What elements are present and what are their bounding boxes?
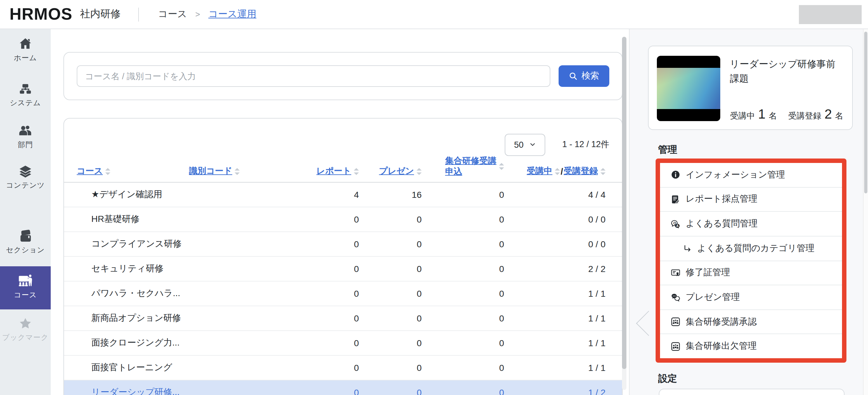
enrollment-count: 0 / 0 bbox=[504, 214, 606, 224]
enrollment-count: 1 / 1 bbox=[504, 338, 606, 348]
sidebar-item-section[interactable]: セクション bbox=[0, 229, 51, 255]
menu-item-よくある質問管理[interactable]: QA よくある質問管理 bbox=[660, 211, 842, 236]
sidebar-item-bookmark[interactable]: ブックマーク bbox=[0, 316, 51, 342]
menu-item-集合研修受講承認[interactable]: 集合研修受講承認 bbox=[660, 309, 842, 334]
course-name: パワハラ・セクハラ... bbox=[91, 288, 180, 299]
presen-icon bbox=[671, 293, 680, 302]
presentation-icon bbox=[77, 288, 87, 299]
annotation-highlight-box: インフォメーション管理 レポート採点管理 QA よくある質問管理 よくある質問の… bbox=[655, 158, 846, 363]
presen-count: 16 bbox=[359, 189, 422, 200]
sort-icon[interactable] bbox=[554, 168, 560, 175]
menu-item-label: よくある質問のカテゴリ管理 bbox=[697, 243, 814, 254]
table-row[interactable]: リーダーシップ研修... 0 0 0 1 / 2 bbox=[64, 381, 622, 395]
report-count: 0 bbox=[289, 264, 359, 274]
presen-count: 0 bbox=[359, 239, 422, 249]
star-icon bbox=[19, 316, 32, 330]
table-row[interactable]: コンプライアンス研修 0 0 0 0 / 0 bbox=[64, 232, 622, 257]
system-icon bbox=[19, 82, 32, 96]
presen-count: 0 bbox=[359, 288, 422, 299]
menu-item-修了証管理[interactable]: 修了証管理 bbox=[660, 260, 842, 285]
table-row[interactable]: 面接官トレーニング 0 0 0 1 / 1 bbox=[64, 356, 622, 381]
presentation-icon bbox=[77, 363, 87, 373]
top-header: HRMOS 社内研修 コース > コース運用 bbox=[0, 0, 868, 29]
report-count: 0 bbox=[289, 387, 359, 395]
gather-count: 0 bbox=[422, 189, 504, 200]
sidebar-item-course[interactable]: コース bbox=[0, 266, 51, 309]
active-count-label: 受講中 bbox=[730, 110, 755, 121]
registered-count-value: 2 bbox=[825, 106, 832, 121]
course-name: HR基礎研修 bbox=[91, 214, 140, 225]
course-thumbnail bbox=[657, 56, 720, 121]
search-input[interactable] bbox=[77, 65, 550, 87]
course-info-card: リーダーシップ研修事前課題 受講中 1 名 受講登録 2 名 bbox=[648, 45, 853, 130]
sort-icon[interactable] bbox=[104, 168, 110, 175]
sort-icon[interactable] bbox=[234, 168, 240, 175]
gather-count: 0 bbox=[422, 288, 504, 299]
sidebar-item-contents[interactable]: コンテンツ bbox=[0, 164, 51, 190]
menu-item-レポート採点管理[interactable]: レポート採点管理 bbox=[660, 187, 842, 211]
presentation-icon bbox=[77, 387, 87, 395]
enrollment-count: 0 / 0 bbox=[504, 239, 606, 249]
page-size-select[interactable]: 50 bbox=[504, 133, 545, 156]
menu-item-label: プレゼン管理 bbox=[686, 292, 740, 303]
results-count: 1 - 12 / 12件 bbox=[562, 139, 609, 150]
sidebar-item-label: ブックマーク bbox=[0, 333, 51, 342]
menu-item-インフォメーション管理[interactable]: インフォメーション管理 bbox=[660, 163, 842, 187]
col-header-gather-line2[interactable]: 申込 bbox=[445, 167, 462, 176]
table-row[interactable]: セキュリティ研修 0 0 0 2 / 2 bbox=[64, 257, 622, 281]
table-row[interactable]: 新商品オプション研修 0 0 0 1 / 1 bbox=[64, 306, 622, 331]
presentation-icon bbox=[77, 338, 87, 348]
course-name: ★デザイン確認用 bbox=[91, 189, 162, 200]
col-header-presen[interactable]: プレゼン bbox=[379, 165, 414, 177]
report-count: 4 bbox=[289, 189, 359, 200]
col-header-active[interactable]: 受講中 bbox=[527, 165, 552, 177]
sidebar-item-home[interactable]: ホーム bbox=[0, 37, 51, 63]
enrollment-count: 1 / 1 bbox=[504, 363, 606, 373]
sort-icon[interactable] bbox=[498, 163, 504, 170]
window-scrollbar-thumb[interactable] bbox=[864, 32, 867, 193]
enrollment-summary: 受講中 1 名 受講登録 2 名 bbox=[730, 106, 843, 121]
table-row[interactable]: 面接クロージング力... 0 0 0 1 / 1 bbox=[64, 331, 622, 356]
menu-item-ユーザー別受講期限設定[interactable]: ユーザー別受講期限設定 bbox=[659, 389, 844, 395]
course-name: 面接クロージング力... bbox=[91, 337, 180, 349]
sort-icon[interactable] bbox=[353, 168, 359, 175]
info-icon bbox=[671, 170, 680, 180]
menu-item-プレゼン管理[interactable]: プレゼン管理 bbox=[660, 285, 842, 309]
breadcrumb-current[interactable]: コース運用 bbox=[208, 8, 256, 20]
col-header-course[interactable]: コース bbox=[77, 165, 103, 177]
faq-icon: QA bbox=[671, 219, 680, 229]
course-title: リーダーシップ研修事前課題 bbox=[730, 55, 843, 86]
sidebar-item-dept[interactable]: 部門 bbox=[0, 124, 51, 150]
course-name: リーダーシップ研修... bbox=[91, 387, 180, 395]
menu-item-よくある質問のカテゴリ管理[interactable]: よくある質問のカテゴリ管理 bbox=[660, 236, 842, 260]
sort-icon[interactable] bbox=[600, 168, 606, 175]
chevron-down-icon bbox=[529, 142, 535, 148]
col-header-code[interactable]: 識別コード bbox=[189, 165, 232, 177]
presentation-icon bbox=[77, 264, 87, 274]
right-panel: リーダーシップ研修事前課題 受講中 1 名 受講登録 2 名 管理 インフォメー… bbox=[629, 29, 868, 395]
table-row[interactable]: パワハラ・セクハラ... 0 0 0 1 / 1 bbox=[64, 281, 622, 306]
search-button[interactable]: 検索 bbox=[559, 65, 609, 87]
user-menu-placeholder[interactable] bbox=[799, 5, 862, 24]
col-header-registered[interactable]: 受講登録 bbox=[564, 165, 598, 177]
menu-item-label: 修了証管理 bbox=[686, 267, 730, 279]
sidebar-item-label: セクション bbox=[0, 245, 51, 255]
report-icon bbox=[671, 195, 680, 204]
table-row[interactable]: HR基礎研修 0 0 0 0 / 0 bbox=[64, 207, 622, 232]
group-icon bbox=[671, 341, 680, 351]
col-header-gather-line1[interactable]: 集合研修受講 bbox=[445, 156, 496, 165]
enrollment-count: 4 / 4 bbox=[504, 189, 606, 200]
col-header-report[interactable]: レポート bbox=[316, 165, 351, 177]
enrollment-count: 1 / 2 bbox=[504, 387, 606, 395]
menu-item-集合研修出欠管理[interactable]: 集合研修出欠管理 bbox=[660, 334, 842, 358]
users-icon bbox=[19, 124, 32, 138]
course-name: 面接官トレーニング bbox=[91, 362, 172, 373]
table-row[interactable]: ★デザイン確認用 4 16 0 4 / 4 bbox=[64, 183, 622, 207]
main-scrollbar-thumb[interactable] bbox=[622, 37, 626, 369]
registered-count-label: 受講登録 bbox=[788, 110, 822, 121]
sidebar-item-system[interactable]: システム bbox=[0, 82, 51, 108]
sidebar-item-label: コース bbox=[0, 291, 51, 300]
sort-icon[interactable] bbox=[416, 168, 422, 175]
sidebar-item-label: ホーム bbox=[0, 53, 51, 63]
breadcrumb-parent[interactable]: コース bbox=[158, 8, 187, 20]
